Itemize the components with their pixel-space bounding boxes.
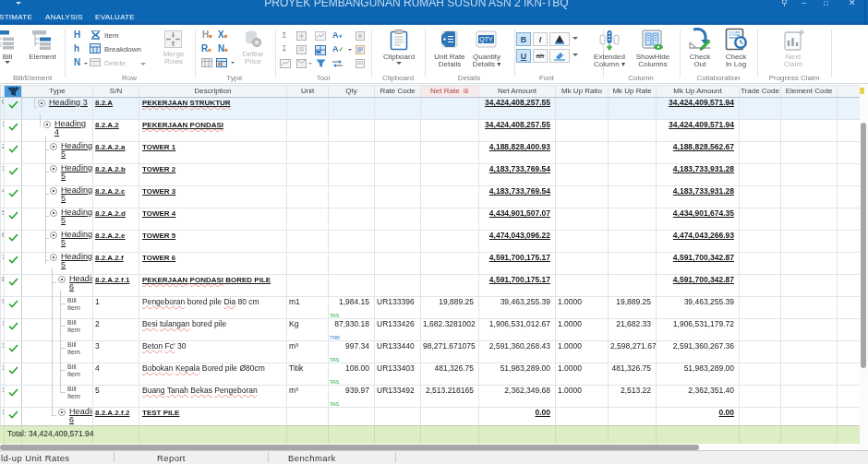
svg-text:QTY: QTY xyxy=(479,36,493,43)
